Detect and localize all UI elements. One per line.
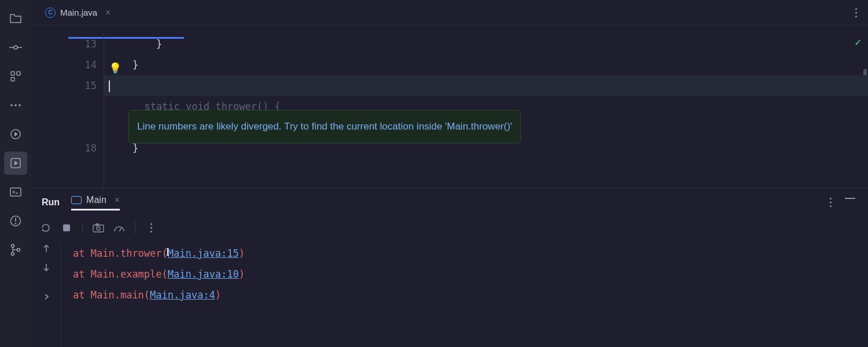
svg-point-31: [97, 227, 100, 230]
svg-point-18: [12, 245, 14, 248]
separator: [82, 222, 83, 234]
run-toolbar: [31, 216, 868, 239]
hint-tooltip: Line numbers are likely diverged. Try to…: [128, 110, 521, 143]
console-gutter: [31, 243, 61, 347]
svg-point-21: [855, 8, 857, 9]
scroll-down-icon[interactable]: [42, 263, 50, 272]
svg-point-25: [830, 201, 832, 203]
editor-tabbar: C Main.java ×: [31, 0, 868, 25]
editor-tab-main[interactable]: C Main.java ×: [38, 0, 118, 25]
svg-rect-29: [63, 224, 70, 231]
close-icon[interactable]: ×: [105, 8, 111, 18]
svg-point-6: [10, 104, 13, 106]
code-area[interactable]: 💡 } } static void thrower() { } Line num…: [104, 34, 868, 188]
minimize-icon[interactable]: [845, 197, 855, 208]
stack-trace-link[interactable]: Main.java:4: [150, 289, 215, 301]
line-number: [31, 96, 97, 117]
stop-icon[interactable]: [60, 222, 73, 234]
stack-trace-link[interactable]: Main.java:10: [168, 268, 239, 280]
run-config-tab[interactable]: Main ×: [71, 195, 120, 211]
svg-point-26: [830, 205, 832, 207]
tabbar-more-icon[interactable]: [855, 8, 868, 18]
camera-icon[interactable]: [92, 222, 105, 234]
project-icon[interactable]: [4, 7, 27, 30]
line-number: 15: [31, 75, 97, 96]
rerun-icon[interactable]: [39, 222, 52, 234]
svg-point-36: [150, 231, 152, 232]
separator: [135, 222, 135, 234]
svg-point-0: [14, 46, 17, 49]
svg-rect-3: [11, 72, 14, 75]
svg-rect-13: [10, 188, 21, 196]
line-gutter: 13 14 15 18: [31, 34, 104, 188]
git-icon[interactable]: [4, 238, 27, 261]
stack-trace-link[interactable]: Main.java:15: [168, 243, 239, 264]
code-line-current: [104, 75, 868, 96]
line-number: 18: [31, 138, 97, 158]
expand-icon[interactable]: [43, 293, 49, 301]
svg-point-20: [17, 249, 20, 252]
line-number: 14: [31, 54, 97, 75]
svg-point-24: [830, 198, 832, 200]
stack-trace-line: at Main.main(Main.java:4): [73, 285, 245, 305]
java-class-icon: C: [45, 8, 56, 18]
scroll-up-icon[interactable]: [42, 244, 50, 253]
run-panel: Run Main ×: [31, 188, 868, 347]
svg-point-19: [12, 253, 14, 256]
commit-icon[interactable]: [4, 36, 27, 59]
structure-icon[interactable]: [4, 65, 27, 88]
caret: [109, 80, 110, 92]
services-icon[interactable]: [4, 123, 27, 146]
application-icon: [71, 196, 82, 204]
svg-point-23: [855, 15, 857, 17]
svg-rect-5: [11, 77, 14, 81]
code-editor[interactable]: ✓ 13 14 15 18 💡 } } static void thrower(…: [31, 25, 868, 188]
stack-trace-line: at Main.example(Main.java:10): [73, 264, 245, 285]
code-line: }: [109, 34, 868, 54]
toolbar-more-icon[interactable]: [145, 222, 157, 234]
code-line: }: [109, 54, 868, 75]
left-tool-rail: [0, 0, 31, 347]
console[interactable]: at Main.thrower(Main.java:15) at Main.ex…: [31, 239, 868, 347]
main-column: C Main.java × ✓ 13 14 15 18 💡 } } static…: [31, 0, 868, 347]
terminal-icon[interactable]: [4, 180, 27, 204]
svg-point-8: [19, 104, 21, 106]
line-number: [31, 117, 97, 138]
editor-tab-label: Main.java: [60, 8, 97, 17]
svg-point-34: [150, 223, 152, 225]
gauge-icon[interactable]: [113, 222, 126, 234]
svg-point-17: [15, 223, 16, 224]
problems-icon[interactable]: [4, 209, 27, 232]
svg-rect-30: [93, 225, 104, 232]
stack-trace-line: at Main.thrower(Main.java:15): [73, 243, 245, 264]
panel-more-icon[interactable]: [829, 197, 832, 208]
run-panel-title: Run: [42, 197, 60, 208]
svg-marker-10: [14, 132, 18, 136]
console-output: at Main.thrower(Main.java:15) at Main.ex…: [61, 243, 245, 347]
run-config-label: Main: [86, 195, 106, 205]
svg-rect-4: [17, 72, 20, 75]
svg-point-7: [14, 104, 17, 106]
run-tool-icon[interactable]: [4, 152, 27, 175]
svg-line-33: [119, 228, 122, 231]
intention-bulb-icon[interactable]: 💡: [109, 58, 122, 79]
run-panel-tabs: Run Main ×: [31, 189, 868, 216]
line-number: 13: [31, 34, 97, 54]
more-horizontal-icon[interactable]: [4, 94, 27, 117]
close-icon[interactable]: ×: [115, 195, 120, 205]
svg-point-35: [150, 227, 152, 228]
svg-point-22: [855, 12, 857, 13]
svg-marker-12: [14, 161, 18, 165]
